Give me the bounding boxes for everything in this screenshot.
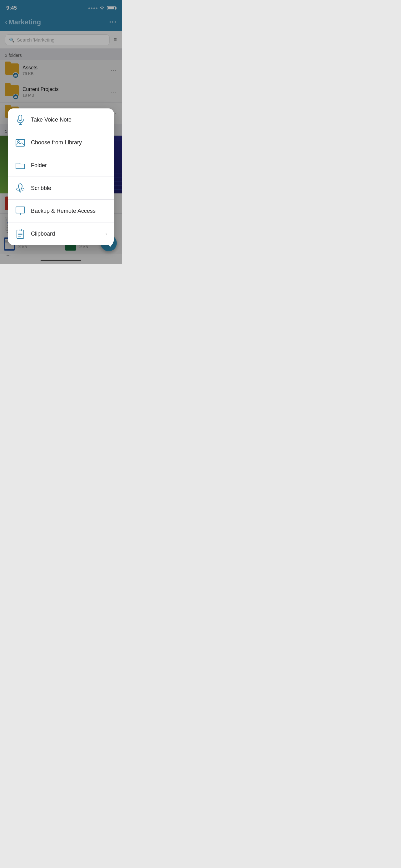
monitor-icon: [15, 205, 26, 217]
svg-rect-22: [16, 140, 25, 146]
svg-rect-24: [16, 207, 25, 213]
folder-menu-icon: [15, 160, 26, 171]
svg-point-23: [18, 141, 20, 143]
svg-rect-27: [17, 230, 24, 239]
menu-item-scribble[interactable]: Scribble: [8, 177, 114, 200]
menu-item-folder[interactable]: Folder: [8, 154, 114, 177]
popup-menu: Take Voice Note Choose from Library Fold…: [8, 108, 114, 245]
svg-rect-19: [19, 115, 22, 121]
scribble-label: Scribble: [31, 185, 107, 191]
folder-label: Folder: [31, 162, 107, 169]
menu-item-voice[interactable]: Take Voice Note: [8, 108, 114, 131]
menu-item-backup[interactable]: Backup & Remote Access: [8, 200, 114, 222]
clipboard-chevron-icon: ›: [105, 230, 107, 237]
backup-label: Backup & Remote Access: [31, 208, 107, 214]
clipboard-icon: [15, 228, 26, 239]
photo-icon: [15, 137, 26, 148]
voice-note-label: Take Voice Note: [31, 117, 107, 123]
microphone-icon: [15, 114, 26, 125]
svg-rect-28: [19, 229, 22, 231]
home-indicator: [41, 260, 81, 261]
menu-item-clipboard[interactable]: Clipboard ›: [8, 222, 114, 245]
library-label: Choose from Library: [31, 140, 107, 146]
scribble-icon: [15, 183, 26, 194]
clipboard-label: Clipboard: [31, 230, 105, 237]
menu-item-library[interactable]: Choose from Library: [8, 131, 114, 154]
